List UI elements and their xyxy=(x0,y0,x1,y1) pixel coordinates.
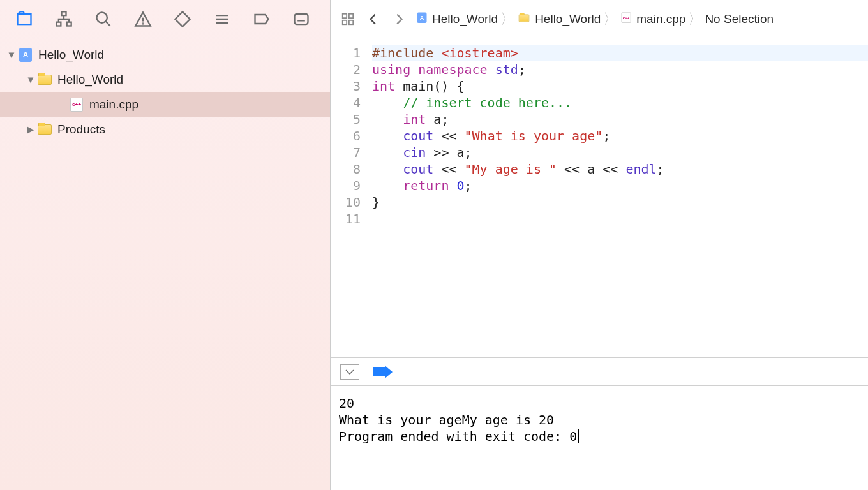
related-items-icon[interactable] xyxy=(339,10,357,28)
console-line: What is your ageMy age is 20 xyxy=(339,412,860,428)
line-number: 5 xyxy=(331,111,361,128)
tree-item-label: Hello_World xyxy=(38,48,104,62)
token: << a << xyxy=(557,161,625,177)
project-icon xyxy=(417,12,427,25)
breadcrumb-segment[interactable]: main.cpp xyxy=(620,10,685,27)
svg-rect-10 xyxy=(349,20,353,24)
tree-item-products[interactable]: ▶Products xyxy=(0,117,330,142)
token: } xyxy=(372,195,380,210)
continue-execution-icon[interactable] xyxy=(373,366,393,378)
code-line[interactable]: return 0; xyxy=(372,177,868,194)
breadcrumb-label: main.cpp xyxy=(636,12,685,26)
token: #include xyxy=(372,45,441,61)
cpp-file-icon xyxy=(69,97,84,112)
chevron-right-icon: 〉 xyxy=(601,10,620,29)
code-line[interactable]: cout << "What is your age"; xyxy=(372,128,868,144)
token xyxy=(372,161,403,177)
code-line[interactable]: cout << "My age is " << a << endl; xyxy=(372,161,868,177)
code-line[interactable]: using namespace std; xyxy=(372,61,868,78)
token: >> a; xyxy=(426,145,472,160)
breadcrumb-label: Hello_World xyxy=(432,12,498,26)
svg-point-4 xyxy=(97,12,107,22)
project-navigator-icon[interactable] xyxy=(14,9,34,29)
search-icon[interactable] xyxy=(93,9,114,29)
code-editor[interactable]: 1234567891011 #include <iostream>using n… xyxy=(331,38,868,357)
token xyxy=(449,178,456,193)
navigator-toolbar xyxy=(0,0,330,38)
code-line[interactable]: } xyxy=(372,194,868,211)
svg-rect-2 xyxy=(56,22,61,26)
token: namespace xyxy=(418,62,495,77)
line-number: 3 xyxy=(331,78,361,94)
chevron-right-icon: 〉 xyxy=(498,10,517,29)
tree-item-label: Products xyxy=(57,122,105,137)
code-line[interactable]: int a; xyxy=(372,111,868,128)
debug-icon[interactable] xyxy=(212,9,232,29)
token xyxy=(372,145,403,160)
token: main() { xyxy=(395,78,464,94)
token: <iostream> xyxy=(441,45,518,61)
tree-item-hello_world[interactable]: ▼Hello_World xyxy=(0,67,330,92)
token: ; xyxy=(602,128,610,144)
token: << xyxy=(433,161,464,177)
svg-rect-3 xyxy=(67,22,71,26)
code-line[interactable]: cin >> a; xyxy=(372,144,868,161)
forward-button[interactable] xyxy=(390,10,408,28)
code-line[interactable]: #include <iostream> xyxy=(372,45,868,61)
folder-icon xyxy=(37,122,52,137)
token: << xyxy=(433,128,464,144)
breadcrumb[interactable]: Hello_World〉Hello_World〉main.cpp〉No Sele… xyxy=(415,10,774,29)
console-line: 20 xyxy=(339,395,860,412)
project-tree[interactable]: ▼Hello_World▼Hello_Worldmain.cpp▶Product… xyxy=(0,38,330,490)
breadcrumb-label: Hello_World xyxy=(535,12,601,26)
svg-rect-0 xyxy=(18,13,31,24)
token xyxy=(372,112,403,127)
line-number: 8 xyxy=(331,161,361,177)
breadcrumb-segment[interactable]: Hello_World xyxy=(415,10,498,27)
tree-item-hello_world[interactable]: ▼Hello_World xyxy=(0,42,330,67)
disclosure-triangle-icon[interactable]: ▼ xyxy=(24,74,37,85)
token: return xyxy=(403,178,449,193)
breadcrumb-label: No Selection xyxy=(705,12,774,26)
console-output[interactable]: 20What is your ageMy age is 20Program en… xyxy=(331,385,868,490)
breadcrumb-segment[interactable]: Hello_World xyxy=(517,12,601,26)
svg-rect-6 xyxy=(295,13,308,24)
token: endl xyxy=(625,161,656,177)
disclosure-triangle-icon[interactable]: ▶ xyxy=(24,124,37,135)
line-number-gutter: 1234567891011 xyxy=(331,38,367,357)
token: int xyxy=(403,112,426,127)
line-number: 9 xyxy=(331,177,361,194)
code-line[interactable] xyxy=(372,211,868,227)
token: cin xyxy=(403,145,426,160)
line-number: 1 xyxy=(331,45,361,61)
token: ; xyxy=(465,178,472,193)
tree-item-main-cpp[interactable]: main.cpp xyxy=(0,92,330,117)
editor-area: Hello_World〉Hello_World〉main.cpp〉No Sele… xyxy=(331,0,868,490)
line-number: 7 xyxy=(331,144,361,161)
source-control-icon[interactable] xyxy=(54,9,74,29)
token: "My age is " xyxy=(465,161,557,177)
console-toggle-button[interactable] xyxy=(340,364,359,380)
debug-bar xyxy=(331,357,868,385)
line-number: 11 xyxy=(331,211,361,227)
folder-icon xyxy=(37,72,52,87)
reports-icon[interactable] xyxy=(291,9,311,29)
token: a; xyxy=(426,112,449,127)
breakpoints-icon[interactable] xyxy=(251,9,272,29)
code-line[interactable]: int main() { xyxy=(372,78,868,94)
tree-item-label: Hello_World xyxy=(57,73,123,87)
code-content[interactable]: #include <iostream>using namespace std;i… xyxy=(367,38,868,357)
token: "What is your age" xyxy=(465,128,603,144)
line-number: 2 xyxy=(331,61,361,78)
svg-point-5 xyxy=(142,23,143,24)
token: int xyxy=(372,78,395,94)
code-line[interactable]: // insert code here... xyxy=(372,94,868,111)
svg-rect-8 xyxy=(349,13,353,17)
disclosure-triangle-icon[interactable]: ▼ xyxy=(5,49,18,60)
issues-icon[interactable] xyxy=(133,9,153,29)
back-button[interactable] xyxy=(364,10,382,28)
svg-rect-9 xyxy=(343,20,347,24)
tests-icon[interactable] xyxy=(172,9,193,29)
line-number: 6 xyxy=(331,128,361,144)
breadcrumb-segment[interactable]: No Selection xyxy=(705,12,774,26)
